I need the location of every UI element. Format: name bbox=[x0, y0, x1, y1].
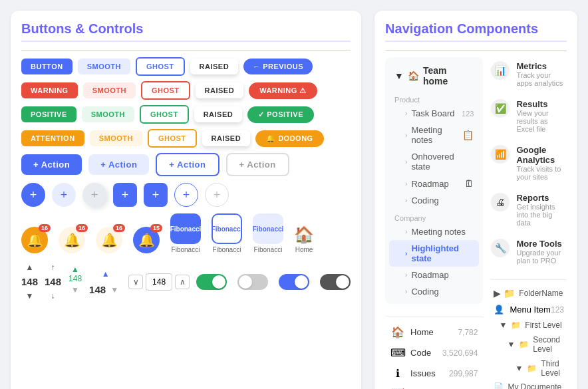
btn-dodong[interactable]: 🔔 DODONG bbox=[255, 130, 324, 147]
btn-raised-orange[interactable]: RAISED bbox=[202, 130, 251, 146]
counter1-down[interactable]: ▼ bbox=[23, 289, 37, 303]
icon-btn-blue-square2[interactable]: + bbox=[144, 183, 168, 207]
icon-btn-blue-square[interactable]: + bbox=[113, 183, 137, 207]
action-button-row: + Action + Action + Action + Action bbox=[21, 153, 351, 176]
badge-btn-blue[interactable]: 🔔 15 bbox=[133, 227, 160, 253]
nav-row-sales[interactable]: 📈 Sales 26 bbox=[385, 384, 483, 389]
home-icon-button[interactable]: 🏠 Home bbox=[294, 225, 314, 253]
counter4-down[interactable]: ▼ bbox=[107, 283, 122, 297]
tree-item-meeting1[interactable]: › Meeting notes 📋 bbox=[389, 122, 479, 148]
badge-btn-light-orange[interactable]: 🔔 16 bbox=[59, 227, 85, 253]
btn-warning-red[interactable]: WARNING bbox=[21, 82, 78, 98]
badge-btn-gold[interactable]: 🔔 16 bbox=[96, 227, 122, 253]
tree-item-coding1[interactable]: › Coding bbox=[389, 192, 479, 209]
tree-item-meeting2[interactable]: › Meeting notes bbox=[389, 223, 479, 240]
folder-icon-third: 📁 bbox=[527, 364, 537, 373]
btn-action-outline[interactable]: + Action bbox=[226, 153, 289, 176]
tree-expand-icon: ▼ bbox=[394, 70, 404, 81]
toggle-blue[interactable] bbox=[279, 274, 309, 290]
btn-action-blue[interactable]: + Action bbox=[21, 154, 82, 175]
fibonacci-blue[interactable]: Fibonacci Fibonacci bbox=[170, 213, 201, 253]
tree-item-roadmap2-label: Roadmap bbox=[411, 270, 448, 280]
stepper-chevron-down[interactable]: ∨ bbox=[128, 275, 143, 289]
analytics-icon: 📶 bbox=[491, 145, 510, 164]
btn-ghost-orange[interactable]: GHOST bbox=[148, 129, 197, 148]
btn-action-ghost[interactable]: + Action bbox=[156, 153, 219, 176]
icon-btn-blue-circle[interactable]: + bbox=[21, 183, 45, 207]
badge-btn-orange[interactable]: 🔔 16 bbox=[21, 227, 48, 253]
file-1[interactable]: 📄 My Documente bbox=[491, 380, 567, 389]
tree-item-roadmap2[interactable]: › Roadmap bbox=[389, 267, 479, 283]
button-row-blue: BUTTON SMOOTH GHOST RAISED ← PREVIOUS bbox=[21, 57, 351, 76]
fibonacci-outline[interactable]: Fibonacci Fibonacci bbox=[212, 213, 242, 253]
btn-raised-red[interactable]: RAISED bbox=[196, 82, 244, 98]
issues-nav-icon: ℹ bbox=[390, 367, 405, 380]
btn-ghost-green[interactable]: GHOST bbox=[140, 105, 189, 124]
stepper-input[interactable] bbox=[146, 273, 172, 291]
tree-item-highlighted[interactable]: › Highlighted state bbox=[389, 240, 479, 267]
btn-warning-filled[interactable]: WARNING ⚠ bbox=[249, 82, 317, 99]
counter2-up[interactable]: ↑ bbox=[46, 260, 61, 275]
btn-positive-green[interactable]: POSITIVE bbox=[21, 106, 76, 122]
tree-item-onhovered[interactable]: › Onhovered state bbox=[389, 148, 479, 175]
tree-item-highlighted-label: Highlighted state bbox=[411, 243, 474, 263]
stepper-chevron-up[interactable]: ∧ bbox=[175, 275, 190, 289]
nav-right: 📊 Metrics Track your apps analytics ✅ Re… bbox=[491, 57, 567, 389]
tree-item-coding1-label: Coding bbox=[411, 195, 438, 205]
btn-button[interactable]: BUTTON bbox=[21, 59, 73, 74]
counter2-down[interactable]: ↓ bbox=[46, 289, 61, 303]
second-level-folder[interactable]: ▼ 📁 Second Level bbox=[491, 332, 567, 356]
tree-section-company: Company bbox=[389, 209, 479, 223]
tree-item-taskboard[interactable]: › Task Board 123 bbox=[389, 105, 479, 122]
btn-smooth-red[interactable]: SMOOTH bbox=[83, 82, 136, 98]
btn-previous[interactable]: ← PREVIOUS bbox=[243, 59, 313, 74]
counter3-down[interactable]: ▼ bbox=[68, 283, 82, 297]
btn-action-light[interactable]: + Action bbox=[88, 154, 149, 175]
chevron-second-level: ▼ bbox=[507, 340, 515, 349]
right-item-metrics[interactable]: 📊 Metrics Track your apps analytics bbox=[491, 57, 567, 91]
btn-ghost-red[interactable]: GHOST bbox=[141, 81, 190, 100]
tree-item-coding2[interactable]: › Coding bbox=[389, 283, 479, 300]
toggle-green[interactable] bbox=[196, 274, 227, 290]
icon-btn-neumorphic[interactable]: + bbox=[82, 183, 106, 207]
user-icon: 👤 bbox=[494, 305, 504, 315]
btn-ghost-blue[interactable]: GHOST bbox=[136, 57, 185, 76]
tree-item-roadmap1[interactable]: › Roadmap 🗓 bbox=[389, 175, 479, 192]
btn-smooth-orange[interactable]: SMOOTH bbox=[90, 130, 142, 146]
btn-raised-green[interactable]: RAISED bbox=[194, 106, 243, 122]
counter4-up[interactable]: ▲ bbox=[98, 267, 113, 281]
tree-header[interactable]: ▼ 🏠 Team home bbox=[389, 61, 479, 90]
btn-raised-blue[interactable]: RAISED bbox=[190, 59, 239, 74]
nav-row-code[interactable]: ⌨ Code 3,520,694 bbox=[385, 342, 483, 363]
folder-name-row[interactable]: ▶ 📁 FolderName bbox=[491, 285, 567, 301]
toggle-dark[interactable] bbox=[320, 274, 351, 290]
btn-smooth-green[interactable]: SMOOTH bbox=[82, 106, 134, 122]
reports-text: Reports Get insights into the big data bbox=[516, 193, 567, 227]
counter-2: ↑ 148 ↓ bbox=[45, 260, 61, 303]
icon-btn-outline-circle[interactable]: + bbox=[174, 183, 198, 207]
counter1-up[interactable]: ▲ bbox=[23, 260, 37, 275]
reports-subtitle: Get insights into the big data bbox=[516, 203, 567, 227]
icon-btn-light-circle[interactable]: + bbox=[52, 183, 76, 207]
metrics-text: Metrics Track your apps analytics bbox=[516, 61, 567, 87]
right-item-analytics[interactable]: 📶 Google Analytics Track visits to your … bbox=[491, 141, 567, 185]
third-level-folder[interactable]: ▼ 📁 Third Level bbox=[491, 356, 567, 380]
right-item-reports[interactable]: 🖨 Reports Get insights into the big data bbox=[491, 189, 567, 231]
folder-icon-first: 📁 bbox=[511, 321, 521, 330]
toggle-thumb-dark bbox=[336, 275, 349, 289]
nav-row-issues[interactable]: ℹ Issues 299,987 bbox=[385, 363, 483, 384]
btn-attention[interactable]: ATTENTION bbox=[21, 130, 84, 146]
btn-smooth-blue[interactable]: SMOOTH bbox=[78, 59, 130, 74]
counter1-val: 148 bbox=[21, 276, 38, 287]
code-nav-icon: ⌨ bbox=[390, 346, 405, 359]
counter3-up[interactable]: ▲ 148 bbox=[68, 267, 82, 281]
nav-row-home[interactable]: 🏠 Home 7,782 bbox=[385, 322, 483, 342]
first-level-folder[interactable]: ▼ 📁 First Level bbox=[491, 318, 567, 332]
icon-btn-ghost-circle[interactable]: + bbox=[205, 183, 229, 207]
right-item-results[interactable]: ✅ Results View your results as Excel fil… bbox=[491, 95, 567, 137]
fibonacci-light[interactable]: Fibonacci Fibonacci bbox=[253, 213, 283, 253]
btn-positive-filled[interactable]: ✓ POSITIVE bbox=[247, 106, 314, 123]
right-item-tools[interactable]: 🔧 More Tools Upgrade your plan to PRO bbox=[491, 235, 567, 269]
menu-item-row[interactable]: 👤 Menu Item 123 bbox=[491, 301, 567, 318]
toggle-off[interactable] bbox=[237, 274, 268, 290]
